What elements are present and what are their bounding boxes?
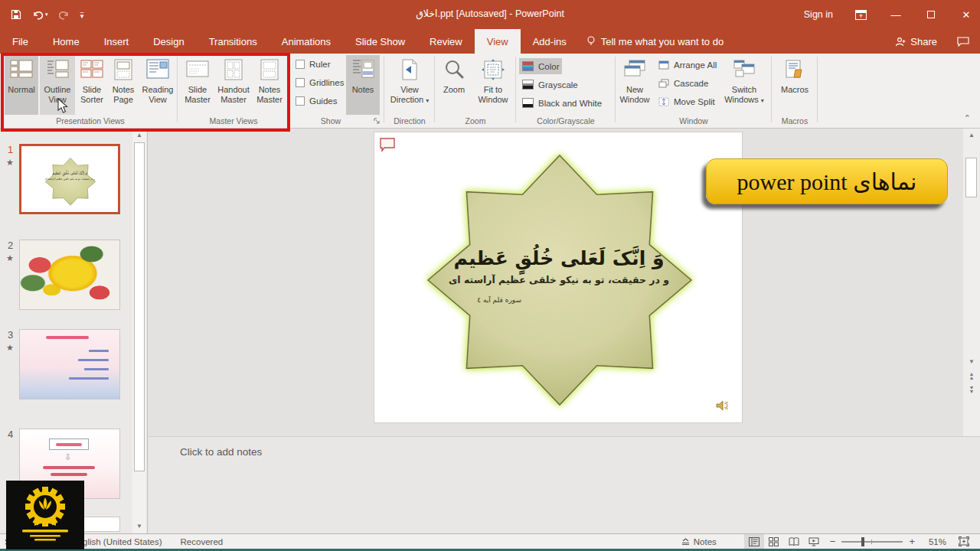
cascade-button[interactable]: Cascade (655, 75, 711, 91)
scroll-down-icon[interactable]: ▼ (133, 520, 145, 532)
tab-review[interactable]: Review (417, 29, 475, 54)
next-slide-icon[interactable]: ▼▼ (965, 386, 978, 396)
slide-3-thumbnail[interactable]: 3 ★ (0, 329, 130, 404)
slide-1-preview: وَ اِنَّکَ لَعَلی خُلُقٍ عَظیمو در حقیقت… (19, 144, 120, 214)
callout-text: نماهای power point (737, 168, 917, 195)
slide-sorter-button[interactable]: Slide Sorter (77, 55, 107, 115)
mini-title-line (46, 336, 89, 339)
slideshow-statusbar-button[interactable] (804, 534, 824, 549)
slide-2-thumbnail[interactable]: 2 ★ (0, 240, 130, 315)
tab-insert[interactable]: Insert (92, 29, 142, 54)
slide-thumbnail-panel: 1 ★ وَ اِنَّکَ لَعَلی خُلُقٍ عَظیمو در ح… (0, 129, 148, 533)
tab-home[interactable]: Home (41, 29, 92, 54)
notes-collapse-icon (681, 538, 690, 546)
zoom-slider-knob[interactable] (861, 537, 864, 546)
mini-star-shape (35, 149, 106, 214)
audio-speaker-icon[interactable] (716, 399, 728, 412)
scrollbar-thumb[interactable] (965, 158, 977, 197)
slide-number: 4 (8, 429, 13, 440)
macros-button[interactable]: Macros (775, 55, 815, 115)
restore-button[interactable] (923, 7, 939, 22)
notes-icon (346, 59, 380, 85)
title-bar: ▾ –▾ اخلاق.ppt [Autosaved] - PowerPoint … (0, 0, 980, 29)
scroll-up-icon[interactable]: ▲ (133, 129, 145, 141)
mini-bullet-line (78, 359, 109, 361)
recovered-status[interactable]: Recovered (172, 537, 233, 546)
share-button[interactable]: Share (886, 29, 946, 54)
zoom-button[interactable]: Zoom (436, 55, 472, 115)
powerpoint-window: ▾ –▾ اخلاق.ppt [Autosaved] - PowerPoint … (0, 0, 980, 551)
grayscale-button[interactable]: Grayscale (519, 77, 581, 93)
slide-master-button[interactable]: Slide Master (181, 55, 214, 115)
zoom-icon (436, 59, 472, 85)
tell-me-box[interactable]: Tell me what you want to do (579, 29, 731, 54)
checkbox-icon (296, 60, 305, 69)
black-and-white-button[interactable]: Black and White (519, 95, 605, 111)
color-icon (522, 61, 534, 71)
slide-1-thumbnail[interactable]: 1 ★ وَ اِنَّکَ لَعَلی خُلُقٍ عَظیمو در ح… (0, 144, 130, 219)
gridlines-checkbox[interactable]: Gridlines (296, 78, 344, 87)
notes-master-button[interactable]: Notes Master (253, 55, 286, 115)
tab-slide-show[interactable]: Slide Show (343, 29, 417, 54)
slide-sorter-statusbar-button[interactable] (764, 534, 784, 549)
scrollbar-thumb[interactable] (134, 142, 145, 471)
zoom-out-button[interactable]: − (824, 536, 842, 547)
previous-slide-icon[interactable]: ▲▲ (965, 372, 978, 383)
switch-windows-button[interactable]: Switch Windows ▾ (721, 55, 767, 115)
current-slide[interactable]: وَ اِنَّکَ لَعَلی خُلُقٍ عَظیم و در حقیق… (374, 132, 743, 423)
fit-slide-to-window-button[interactable] (954, 534, 974, 549)
tab-animations[interactable]: Animations (270, 29, 343, 54)
group-label-direction: Direction (384, 116, 435, 126)
animation-star-icon: ★ (6, 253, 14, 263)
reading-view-icon (140, 59, 175, 85)
reading-view-button[interactable]: Reading View (140, 55, 175, 115)
mini-bullet-line (69, 377, 109, 380)
close-button[interactable]: ✕ (959, 7, 974, 22)
mini-bullet-line (89, 350, 109, 352)
tab-transitions[interactable]: Transitions (197, 29, 270, 54)
reading-view-statusbar-button[interactable] (784, 534, 804, 549)
zoom-in-button[interactable]: + (903, 536, 921, 547)
notes-pane[interactable]: Click to add notes (149, 436, 980, 533)
notes-toggle-statusbar[interactable]: Notes (674, 537, 724, 546)
new-window-icon (617, 59, 652, 85)
zoom-percentage[interactable]: 51% (921, 537, 954, 546)
color-button[interactable]: Color (519, 58, 562, 74)
collapse-ribbon-icon[interactable]: ⌃ (964, 113, 971, 123)
slide-number: 2 (8, 240, 13, 251)
view-direction-button[interactable]: View Direction ▾ (387, 55, 432, 115)
thumbnail-scrollbar[interactable]: ▲ ▼ (132, 129, 146, 533)
lightbulb-icon (586, 36, 596, 47)
ruler-checkbox[interactable]: Ruler (296, 60, 330, 69)
arrange-all-button[interactable]: Arrange All (655, 57, 720, 73)
status-bar: Slide 1 of 18 English (United States) Re… (0, 533, 980, 549)
notes-placeholder[interactable]: Click to add notes (180, 446, 262, 458)
zoom-slider[interactable] (841, 541, 903, 543)
handout-master-button[interactable]: Handout Master (216, 55, 251, 115)
outline-view-button[interactable]: Outline View (40, 55, 75, 115)
group-label-zoom: Zoom (435, 116, 516, 126)
scroll-up-icon[interactable]: ▲ (965, 132, 978, 142)
persian-translation-text: و در حقیقت، تو به نیکو خلقی عظیم آراسته … (374, 274, 743, 285)
arrange-all-icon (658, 60, 669, 70)
normal-view-statusbar-button[interactable] (744, 534, 764, 549)
canvas-scrollbar[interactable]: ▲ ▼ ▲▲ ▼▼ (963, 129, 980, 436)
tab-design[interactable]: Design (141, 29, 196, 54)
new-window-button[interactable]: New Window (617, 55, 652, 115)
tab-file[interactable]: File (0, 29, 41, 54)
show-dialog-launcher-icon[interactable] (374, 118, 381, 125)
normal-view-button[interactable]: Normal (5, 55, 38, 115)
tab-add-ins[interactable]: Add-ins (521, 29, 579, 54)
slide-text-block[interactable]: وَ اِنَّکَ لَعَلی خُلُقٍ عَظیم و در حقیق… (374, 247, 743, 304)
move-split-button[interactable]: Move Split (655, 93, 718, 109)
fit-to-window-button[interactable]: Fit to Window (473, 55, 513, 115)
minimize-button[interactable]: — (888, 7, 903, 22)
notes-page-button[interactable]: Notes Page (108, 55, 139, 115)
notes-toggle-button[interactable]: Notes (346, 55, 380, 115)
tab-view[interactable]: View (475, 29, 521, 54)
guides-checkbox[interactable]: Guides (296, 96, 337, 106)
sign-in-link[interactable]: Sign in (804, 9, 833, 20)
ribbon-display-options-icon[interactable] (853, 7, 868, 22)
scroll-down-icon[interactable]: ▼ (965, 358, 978, 369)
comments-button[interactable] (946, 29, 980, 54)
